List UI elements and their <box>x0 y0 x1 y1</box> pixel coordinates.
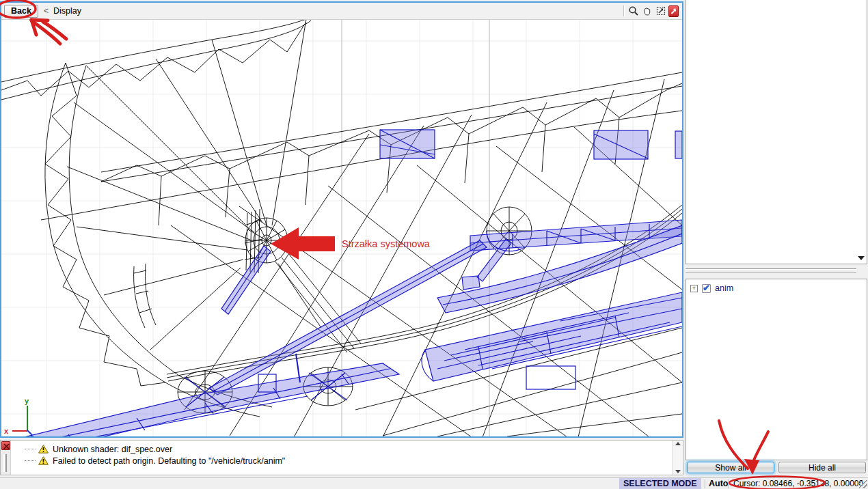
viewport-frame: Back < Display <box>0 1 683 438</box>
viewport-toolbar: Back < Display <box>1 3 682 20</box>
hide-all-button[interactable]: Hide all <box>778 462 866 473</box>
cursor-coordinates: Cursor: 0.08466, -0.35128, 0.00000 <box>733 478 863 489</box>
warning-icon <box>38 445 49 453</box>
right-panel: + ✔ anim Show all Hide all <box>685 0 868 475</box>
status-separator <box>705 479 705 488</box>
mode-indicator: SELECTED MODE <box>619 478 701 489</box>
detach-window-icon[interactable] <box>668 5 679 17</box>
pan-hand-icon[interactable] <box>641 5 653 17</box>
resize-grip[interactable] <box>859 480 867 488</box>
tree-item-label: anim <box>715 283 733 293</box>
warnings-list: Unknown shader: dif_spec.over Failed to … <box>11 441 673 475</box>
warning-row[interactable]: Unknown shader: dif_spec.over <box>16 443 673 455</box>
warning-row[interactable]: Failed to detect path origin. Defaulting… <box>16 455 673 466</box>
wireframe-scene: y x z <box>1 20 682 436</box>
close-warnings-icon[interactable] <box>1 441 10 450</box>
scroll-down-icon[interactable] <box>675 470 681 473</box>
breadcrumb: Display <box>53 6 81 16</box>
scroll-up-icon[interactable] <box>675 442 681 445</box>
tree-connector <box>25 449 36 449</box>
items-list[interactable] <box>686 0 867 264</box>
show-all-button[interactable]: Show all <box>687 462 774 473</box>
warning-text: Unknown shader: dif_spec.over <box>53 445 172 454</box>
panel-splitter[interactable] <box>686 266 856 275</box>
axis-z-label: z <box>30 433 34 436</box>
model-tree: + ✔ anim <box>686 279 867 460</box>
warnings-grip[interactable] <box>3 454 7 472</box>
fit-view-icon[interactable] <box>655 5 667 17</box>
warning-text: Failed to detect path origin. Defaulting… <box>53 456 285 466</box>
splitter-grip <box>686 272 856 273</box>
status-bar: SELECTED MODE Auto Cursor: 0.08466, -0.3… <box>0 477 868 489</box>
tree-item-anim[interactable]: + ✔ anim <box>689 283 864 294</box>
warnings-panel: Unknown shader: dif_spec.over Failed to … <box>0 440 683 475</box>
tree-connector <box>25 460 36 461</box>
splitter-grip <box>686 268 856 270</box>
auto-indicator[interactable]: Auto <box>709 478 728 489</box>
editor-window: Back < Display <box>0 0 868 489</box>
axis-y-label: y <box>25 397 29 405</box>
toolbar-separator <box>623 5 624 16</box>
3d-viewport[interactable]: y x z <box>1 20 682 436</box>
axis-gizmo: y x z <box>4 397 34 436</box>
axis-x-label: x <box>4 427 9 435</box>
tree-buttons: Show all Hide all <box>685 462 868 473</box>
list-scroll-down-icon[interactable] <box>858 256 865 260</box>
warnings-gutter <box>1 441 11 475</box>
zoom-icon[interactable] <box>627 5 640 17</box>
back-button[interactable]: Back <box>4 5 38 18</box>
anim-checkbox[interactable]: ✔ <box>702 284 711 293</box>
expand-icon[interactable]: + <box>690 285 698 292</box>
check-icon: ✔ <box>703 283 710 293</box>
warnings-scrollbar[interactable] <box>673 441 683 475</box>
status-separator <box>729 479 729 488</box>
warning-icon <box>38 456 49 465</box>
breadcrumb-chevron: < <box>44 6 49 16</box>
